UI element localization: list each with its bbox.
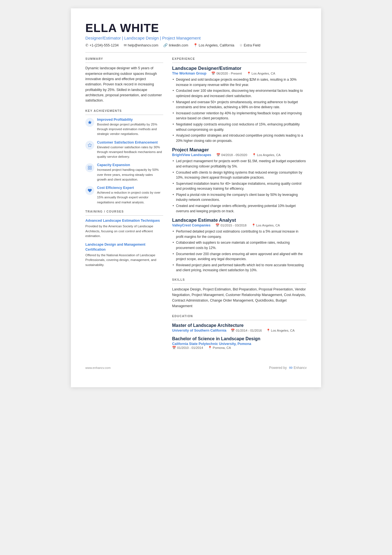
job-location: 📍 Los Angeles, CA: [247, 71, 275, 75]
edu-location: 📍 Pomona, CA: [208, 346, 231, 350]
job-item: Project Manager BrightView Landscapes 📅 …: [172, 147, 307, 214]
achievement-content: Customer Satisfaction Enhancement Elevat…: [97, 140, 163, 159]
header-divider: [85, 52, 307, 53]
achievement-item: Cost Efficiency Expert Achieved a reduct…: [85, 186, 163, 205]
experience-label: EXPERIENCE: [172, 57, 307, 60]
achievement-icon-wrap: [85, 141, 94, 150]
resume-page: ELLA WHITE Designer/Estimator | Landscap…: [71, 8, 321, 387]
contact-row: ✆ +1-(234)-555-1234 ✉ help@enhancv.com 🔗…: [85, 43, 307, 47]
training-title: Landscape Design and Management Certific…: [85, 242, 163, 252]
contact-location: 📍 Los Angeles, California: [193, 43, 234, 47]
edu-date: 📅 01/2010 - 01/2014: [172, 346, 203, 350]
svg-rect-2: [90, 168, 91, 170]
achievement-title: Cost Efficiency Expert: [97, 186, 163, 190]
edu-meta-row: University of Southern California 📅 01/2…: [172, 329, 307, 332]
calendar-icon: 📅: [216, 153, 220, 157]
calendar-icon: 📅: [231, 329, 235, 332]
training-desc: Provided by the American Society of Land…: [85, 224, 163, 238]
edu-meta-row: California State Polytechnic University,…: [172, 342, 307, 346]
education-label: EDUCATION: [172, 314, 307, 318]
job-location: 📍 Los Angeles, CA: [252, 223, 280, 227]
job-date: 📅 01/2015 - 03/2018: [215, 223, 246, 227]
bullet-item: Reviewed project plans and performed tak…: [172, 263, 307, 273]
edu-degree: Bachelor of Science in Landscape Design: [172, 336, 307, 341]
bullet-item: Analyzed competitor strategies and intro…: [172, 133, 307, 143]
job-company: BrightView Landscapes: [172, 153, 211, 157]
pin-icon: 📍: [266, 329, 270, 332]
job-bullets: Led project management for projects wort…: [172, 159, 307, 214]
achievement-desc: Elevated customer satisfaction rates by …: [97, 145, 163, 159]
bullet-item: Performed detailed project cost estimati…: [172, 229, 307, 239]
candidate-title: Designer/Estimator | Landscape Design | …: [85, 36, 307, 40]
header: ELLA WHITE Designer/Estimator | Landscap…: [85, 22, 307, 47]
job-meta-row: BrightView Landscapes 📅 04/2018 - 05/202…: [172, 153, 307, 157]
bullet-item: Designed and sold landscape projects exc…: [172, 77, 307, 87]
education-item: Bachelor of Science in Landscape Design …: [172, 336, 307, 350]
bullet-item: Increased customer retention by 40% by i…: [172, 111, 307, 121]
achievements-divider: [85, 115, 163, 115]
training-item: Landscape Design and Management Certific…: [85, 242, 163, 267]
job-meta-row: The Workman Group 📅 06/2020 - Present 📍 …: [172, 71, 307, 75]
achievement-desc: Achieved a reduction in project costs by…: [97, 190, 163, 205]
education-divider: [172, 320, 307, 320]
email-icon: ✉: [124, 43, 127, 47]
edu-location: 📍 Los Angeles, CA: [266, 329, 295, 332]
job-item: Landscape Estimate Analyst ValleyCrest C…: [172, 218, 307, 273]
enhancv-logo: ∞ Enhancv: [289, 365, 307, 371]
svg-rect-0: [88, 166, 90, 167]
education-item: Master of Landscape Architecture Univers…: [172, 323, 307, 332]
calendar-icon: 📅: [215, 223, 219, 227]
achievement-icon-wrap: [85, 186, 94, 195]
training-title: Advanced Landscape Estimation Techniques: [85, 218, 163, 223]
skills-divider: [172, 283, 307, 284]
job-bullets: Designed and sold landscape projects exc…: [172, 77, 307, 143]
edu-degree: Master of Landscape Architecture: [172, 323, 307, 328]
contact-phone: ✆ +1-(234)-555-1234: [85, 43, 119, 47]
achievement-content: Cost Efficiency Expert Achieved a reduct…: [97, 186, 163, 205]
bullet-item: Managed and oversaw 50+ projects simulta…: [172, 100, 307, 110]
edu-school: University of Southern California: [172, 329, 226, 332]
contact-extra: ☆ Extra Field: [239, 43, 260, 47]
achievement-desc: Increased project handling capacity by 5…: [97, 167, 163, 182]
experience-divider: [172, 63, 307, 63]
bullet-item: Negotiated supply contracts ensuring cos…: [172, 122, 307, 132]
pin-icon: 📍: [252, 223, 255, 227]
summary-label: SUMMARY: [85, 57, 163, 60]
contact-linkedin: 🔗 linkedin.com: [163, 43, 188, 47]
achievement-title: Customer Satisfaction Enhancement: [97, 140, 163, 144]
phone-icon: ✆: [85, 43, 88, 47]
job-date: 📅 04/2018 - 05/2020: [216, 153, 247, 157]
achievement-item: Capacity Expansion Increased project han…: [85, 163, 163, 182]
footer-website: www.enhancv.com: [85, 366, 111, 369]
achievement-desc: Boosted design project profitability by …: [97, 122, 163, 137]
job-title: Landscape Designer/Estimator: [172, 66, 307, 71]
edu-date: 📅 01/2014 - 01/2016: [231, 329, 262, 332]
bullet-item: Led project management for projects wort…: [172, 159, 307, 169]
achievement-content: Capacity Expansion Increased project han…: [97, 163, 163, 182]
bullet-item: Conducted over 100 site inspections, dis…: [172, 88, 307, 98]
job-title: Project Manager: [172, 147, 307, 153]
bullet-item: Collaborated with suppliers to secure ma…: [172, 240, 307, 250]
achievement-icon-wrap: [85, 163, 94, 172]
calendar-icon: 📅: [211, 71, 215, 75]
svg-rect-1: [90, 166, 91, 167]
achievements-label: KEY ACHIEVEMENTS: [85, 109, 163, 112]
training-item: Advanced Landscape Estimation Techniques…: [85, 218, 163, 238]
pin-icon: 📍: [247, 71, 251, 75]
star-filled-icon: [88, 120, 92, 125]
bullet-item: Created and managed change orders effici…: [172, 203, 307, 214]
bullet-item: Consulted with clients to design lightin…: [172, 170, 307, 180]
left-column: SUMMARY Dynamic landscape designer with …: [85, 57, 163, 354]
location-icon: 📍: [193, 43, 198, 47]
achievement-content: Improved Profitability Boosted design pr…: [97, 118, 163, 137]
candidate-name: ELLA WHITE: [85, 22, 307, 34]
job-title: Landscape Estimate Analyst: [172, 218, 307, 223]
enhancv-logo-icon: ∞: [289, 365, 292, 371]
job-date: 📅 06/2020 - Present: [211, 71, 242, 75]
powered-by-text: Powered by: [269, 366, 287, 370]
job-meta-row: ValleyCrest Companies 📅 01/2015 - 03/201…: [172, 223, 307, 227]
main-layout: SUMMARY Dynamic landscape designer with …: [85, 57, 307, 354]
bullet-item: Documented over 200 change orders ensuri…: [172, 251, 307, 262]
achievement-title: Improved Profitability: [97, 118, 163, 122]
achievement-item: Customer Satisfaction Enhancement Elevat…: [85, 140, 163, 159]
